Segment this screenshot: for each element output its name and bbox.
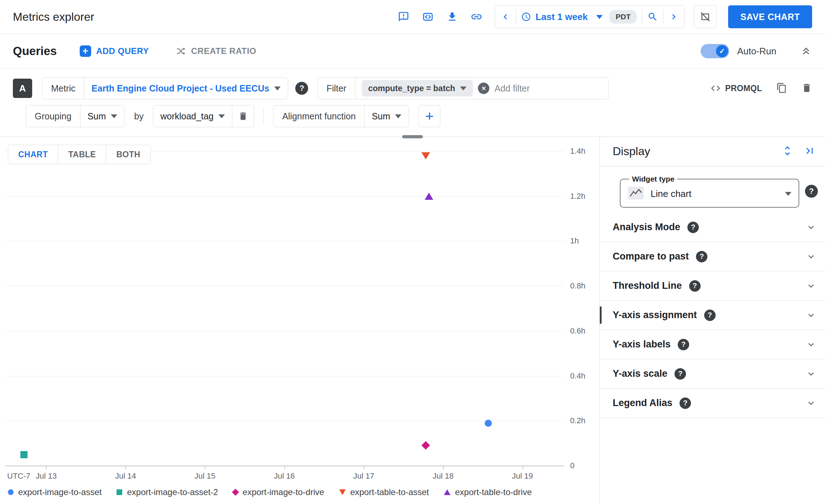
- caret-down-icon: [596, 15, 603, 19]
- chart-point-export-image-to-asset-2[interactable]: [20, 451, 28, 458]
- check-icon: ✓: [716, 45, 728, 57]
- grouping-field: Grouping Sum: [26, 105, 125, 127]
- collapse-panel-button[interactable]: [804, 145, 816, 158]
- y-tick-label: 0.2h: [570, 416, 586, 425]
- legend-label: export-table-to-drive: [455, 487, 532, 497]
- x-tick: [443, 466, 444, 469]
- x-tick: [523, 466, 523, 469]
- expand-all-button[interactable]: [781, 145, 794, 158]
- gridline: [5, 331, 564, 331]
- legend-item-export-table-to-drive[interactable]: export-table-to-drive: [444, 487, 532, 497]
- display-section-threshold-line[interactable]: Threshold Line?: [600, 271, 825, 301]
- save-chart-button[interactable]: SAVE CHART: [728, 5, 812, 28]
- display-sections: Analysis Mode?Compare to past?Threshold …: [600, 213, 825, 418]
- help-icon[interactable]: ?: [704, 310, 716, 321]
- legend-label: export-image-to-asset: [18, 487, 102, 497]
- widget-type-select[interactable]: Widget type Line chart: [620, 175, 799, 208]
- create-ratio-button[interactable]: CREATE RATIO: [176, 46, 256, 56]
- zoom-time-button[interactable]: [642, 6, 663, 28]
- group-by-select[interactable]: workload_tag: [153, 111, 232, 122]
- query-row-metric: A Metric Earth Engine Cloud Project - Us…: [13, 77, 812, 99]
- chevron-down-icon: [806, 398, 816, 409]
- time-range-button[interactable]: Last 1 week: [516, 6, 608, 28]
- x-tick-label: Jul 13: [36, 471, 57, 481]
- promql-button[interactable]: PROMQL: [710, 83, 762, 94]
- square-marker: [117, 489, 122, 495]
- chevron-down-icon: [806, 339, 816, 350]
- chart-plot[interactable]: [5, 151, 564, 466]
- metric-select[interactable]: Earth Engine Cloud Project - Used EECUs: [84, 83, 288, 94]
- widget-type-help-icon[interactable]: ?: [805, 185, 818, 198]
- grouping-select[interactable]: Sum: [80, 111, 124, 122]
- display-section-compare-to-past[interactable]: Compare to past?: [600, 242, 825, 271]
- link-icon: [470, 11, 483, 23]
- chevron-down-icon: [806, 251, 816, 262]
- top-header: Metrics explorer Last 1 wee: [0, 0, 825, 34]
- filter-label: Filter: [318, 83, 355, 94]
- tab-both[interactable]: BOTH: [106, 145, 150, 164]
- display-section-y-axis-scale[interactable]: Y-axis scale?: [600, 359, 825, 389]
- help-icon[interactable]: ?: [680, 397, 691, 409]
- x-tick-label: Jul 19: [512, 471, 533, 481]
- chart-point-export-table-to-drive[interactable]: [425, 193, 433, 200]
- chart-point-export-image-to-asset[interactable]: [485, 420, 492, 427]
- group-by-field: workload_tag: [153, 105, 255, 127]
- x-tick: [125, 466, 126, 469]
- section-label: Y-axis labels: [613, 339, 671, 350]
- display-section-y-axis-labels[interactable]: Y-axis labels?: [600, 330, 825, 359]
- help-icon[interactable]: ?: [696, 251, 707, 262]
- time-back-button[interactable]: [495, 6, 516, 28]
- legend-item-export-image-to-drive[interactable]: export-image-to-drive: [233, 487, 324, 497]
- chart-point-export-image-to-drive[interactable]: [423, 443, 429, 449]
- duplicate-query-button[interactable]: [776, 83, 787, 94]
- triangle-up-marker: [444, 489, 450, 495]
- metric-help-icon[interactable]: ?: [295, 82, 308, 95]
- alignment-value: Sum: [372, 111, 390, 122]
- legend-item-export-image-to-asset-2[interactable]: export-image-to-asset-2: [117, 487, 218, 497]
- filter-chip-label: compute_type = batch: [368, 84, 455, 93]
- share-link-button[interactable]: [467, 7, 486, 26]
- y-tick-label: 0.6h: [570, 326, 586, 336]
- timezone-badge[interactable]: PDT: [609, 10, 637, 24]
- alignment-select[interactable]: Sum: [365, 111, 409, 122]
- gridline: [5, 376, 564, 376]
- query-letter-badge: A: [13, 79, 32, 98]
- legend-item-export-table-to-asset[interactable]: export-table-to-asset: [339, 487, 429, 497]
- time-forward-button[interactable]: [663, 6, 684, 28]
- zoom-off-icon: [700, 11, 711, 23]
- tab-table[interactable]: TABLE: [58, 145, 106, 164]
- download-button[interactable]: [443, 7, 462, 26]
- triangle-up-marker: [425, 193, 433, 200]
- display-section-y-axis-assignment[interactable]: Y-axis assignment?: [600, 301, 825, 330]
- help-icon[interactable]: ?: [687, 222, 699, 233]
- diamond-marker: [232, 489, 239, 495]
- tab-chart[interactable]: CHART: [8, 145, 58, 164]
- chart-point-export-table-to-asset[interactable]: [421, 152, 430, 159]
- code-icon: [710, 83, 721, 94]
- help-icon[interactable]: ?: [689, 280, 701, 292]
- double-chevron-up-icon: [800, 45, 812, 57]
- help-icon[interactable]: ?: [678, 339, 689, 350]
- help-icon[interactable]: ?: [675, 368, 686, 380]
- filter-chip[interactable]: compute_type = batch: [362, 80, 473, 97]
- auto-run-toggle[interactable]: ✓: [701, 44, 729, 58]
- add-clause-button[interactable]: +: [418, 105, 440, 127]
- delete-grouping-button[interactable]: [232, 105, 254, 127]
- plus-icon: +: [80, 45, 91, 57]
- alignment-field: Alignment function Sum: [273, 105, 409, 127]
- search-icon: [647, 11, 658, 22]
- display-section-legend-alias[interactable]: Legend Alias?: [600, 389, 825, 418]
- legend-item-export-image-to-asset[interactable]: export-image-to-asset: [8, 487, 102, 497]
- query-editor-button[interactable]: [418, 7, 438, 26]
- metric-value: Earth Engine Cloud Project - Used EECUs: [92, 83, 269, 94]
- zoom-off-button[interactable]: [694, 5, 717, 28]
- feedback-button[interactable]: [394, 7, 413, 26]
- display-section-analysis-mode[interactable]: Analysis Mode?: [600, 213, 825, 242]
- section-label: Compare to past: [613, 251, 689, 262]
- delete-query-button[interactable]: [801, 83, 812, 94]
- collapse-queries-button[interactable]: [800, 45, 812, 58]
- add-query-button[interactable]: + ADD QUERY: [80, 45, 149, 57]
- add-filter-input[interactable]: Add filter: [494, 83, 608, 94]
- remove-filter-button[interactable]: ×: [478, 83, 489, 94]
- x-tick-label: Jul 17: [353, 471, 374, 481]
